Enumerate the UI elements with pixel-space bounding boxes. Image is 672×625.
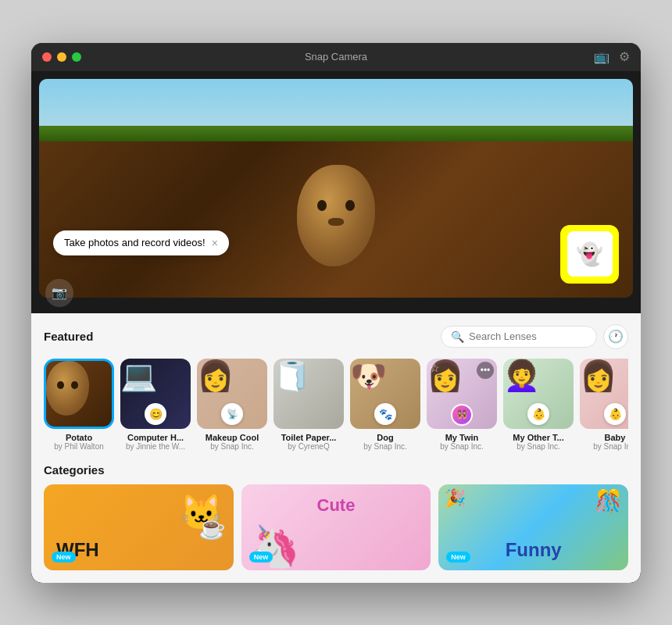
lens-star-twin: ☆ (430, 362, 440, 374)
lens-author-dog: by Snap Inc. (350, 442, 420, 451)
lens-badge-computer: 😊 (145, 403, 166, 425)
title-bar: Snap Camera 📺 ⚙ (31, 43, 641, 71)
lens-thumb-computer: 💻 😊 (120, 359, 191, 429)
traffic-lights (42, 52, 81, 62)
history-button[interactable]: 🕐 (603, 324, 628, 349)
category-funny-label: Funny (506, 539, 562, 561)
lens-name-othertwin: My Other T... (503, 433, 574, 442)
lens-item-computer[interactable]: 💻 😊 Computer H... by Jinnie the W... (120, 359, 191, 451)
search-icon: 🔍 (451, 330, 464, 343)
lens-options-twin[interactable]: ••• (477, 362, 494, 379)
camera-controls: 📷 (45, 279, 73, 307)
lens-author-othertwin: by Snap Inc. (503, 442, 574, 451)
grass-background (39, 126, 633, 141)
category-wfh-new-badge: New (52, 552, 76, 562)
lens-item-toilet[interactable]: 🧻 Toilet Paper... by CyreneQ (273, 359, 344, 451)
lens-item-potato[interactable]: Potato by Phil Walton (44, 359, 114, 451)
featured-title: Featured (44, 330, 93, 343)
category-cute-label: Cute (317, 495, 356, 516)
camera-icon: 📷 (52, 285, 67, 300)
tooltip: Take photos and record videos! × (53, 230, 229, 255)
lens-name-toilet: Toilet Paper... (273, 433, 344, 442)
lens-thumb-othertwin: 👩‍🦱 👶 (503, 359, 574, 429)
search-bar[interactable]: 🔍 (441, 326, 597, 348)
category-wfh[interactable]: 🐱 ☕ WFH New (44, 484, 234, 570)
lens-author-baby: by Snap Inc. (580, 442, 628, 451)
lens-item-baby[interactable]: 👩 👶 Baby by Snap Inc. (580, 359, 628, 451)
lens-name-makeup: Makeup Cool (197, 433, 267, 442)
lens-thumb-potato (44, 359, 114, 429)
settings-icon[interactable]: ⚙ (619, 49, 630, 64)
lens-name-dog: Dog (350, 433, 420, 442)
lower-panel: Featured 🔍 🕐 (31, 313, 641, 583)
categories-title: Categories (44, 463, 628, 477)
twitch-icon[interactable]: 📺 (594, 49, 609, 64)
category-cute-new-badge: New (249, 552, 273, 562)
tooltip-text: Take photos and record videos! (64, 237, 206, 248)
lens-thumb-makeup: 👩 📡 (197, 359, 267, 429)
lens-badge-dog: 🐾 (374, 403, 396, 425)
app-window: Snap Camera 📺 ⚙ ☆ (31, 43, 641, 583)
lens-item-dog[interactable]: 🐶 🐾 Dog by Snap Inc. (350, 359, 420, 451)
camera-capture-button[interactable]: 📷 (45, 279, 73, 307)
potato-body (297, 165, 375, 266)
lens-name-potato: Potato (44, 433, 114, 442)
lens-thumb-toilet: 🧻 (273, 359, 344, 429)
lens-author-makeup: by Snap Inc. (197, 442, 267, 451)
lens-thumb-dog: 🐶 🐾 (350, 359, 420, 429)
category-funny-new-badge: New (446, 552, 470, 562)
window-title: Snap Camera (305, 51, 367, 62)
history-icon: 🕐 (608, 329, 624, 344)
lens-author-computer: by Jinnie the W... (120, 442, 191, 451)
lens-badge-othertwin: 👶 (527, 403, 549, 425)
lens-badge-makeup: 📡 (221, 403, 243, 425)
close-button[interactable] (42, 52, 52, 62)
camera-view: 👻 Take photos and record videos! × (39, 79, 633, 298)
lens-thumb-twin: 👩 ☆ ••• 👯 (427, 359, 497, 429)
category-funny[interactable]: 🎊 🎉 Funny New (438, 484, 628, 570)
lens-thumb-baby: 👩 👶 (580, 359, 628, 429)
snapcode-inner: 👻 (567, 231, 613, 277)
lens-badge-baby: 👶 (604, 403, 626, 425)
search-input[interactable] (469, 330, 587, 342)
lens-author-toilet: by CyreneQ (273, 442, 344, 451)
lens-item-makeup[interactable]: 👩 📡 Makeup Cool by Snap Inc. (197, 359, 267, 451)
lens-item-twin[interactable]: 👩 ☆ ••• 👯 My Twin by Snap Inc. (427, 359, 497, 451)
maximize-button[interactable] (72, 52, 81, 62)
minimize-button[interactable] (57, 52, 66, 62)
tooltip-close-button[interactable]: × (212, 237, 218, 249)
sky-background (39, 79, 633, 126)
dirt-background (39, 141, 633, 298)
lens-author-potato: by Phil Walton (44, 442, 114, 451)
title-bar-actions: 📺 ⚙ (594, 49, 630, 64)
lens-name-twin: My Twin (427, 433, 497, 442)
category-cute[interactable]: Cute 🦄 New (241, 484, 431, 570)
potato-nose (328, 218, 344, 226)
potato-face (297, 165, 375, 266)
lens-name-computer: Computer H... (120, 433, 191, 442)
camera-area: ☆ 👻 (31, 71, 641, 313)
snapcode-ghost-icon: 👻 (576, 241, 603, 267)
lens-name-baby: Baby (580, 433, 628, 442)
featured-section: Featured 🔍 🕐 (31, 313, 641, 463)
potato-eye-right (345, 200, 355, 211)
categories-grid: 🐱 ☕ WFH New Cute 🦄 New 🎊 🎉 Funny New (44, 484, 628, 570)
featured-header: Featured 🔍 🕐 (44, 324, 628, 349)
lens-author-twin: by Snap Inc. (427, 442, 497, 451)
lens-item-othertwin[interactable]: 👩‍🦱 👶 My Other T... by Snap Inc. (503, 359, 574, 451)
twin-badge: 👯 (451, 404, 473, 426)
potato-eye-left (317, 200, 327, 211)
snapcode-overlay[interactable]: 👻 (560, 225, 619, 284)
lens-grid: Potato by Phil Walton 💻 😊 Computer H... … (44, 359, 628, 454)
categories-section: Categories 🐱 ☕ WFH New Cute 🦄 New 🎊 (31, 463, 641, 583)
